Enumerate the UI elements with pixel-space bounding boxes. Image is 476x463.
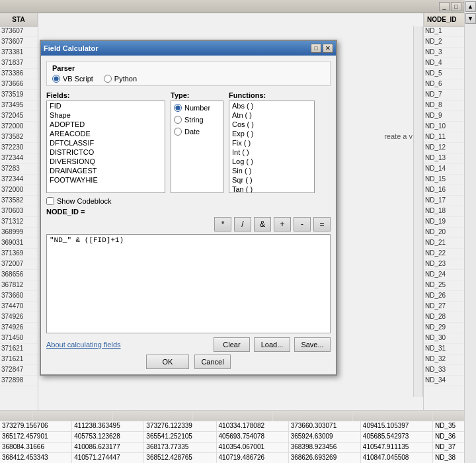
data-cell: 365541.252105	[144, 432, 216, 442]
string-option[interactable]: String	[174, 116, 220, 124]
table-row: 368084.31666410086.623177368173.77335410…	[0, 442, 476, 453]
ok-button[interactable]: OK	[146, 355, 189, 369]
vbscript-option[interactable]: VB Script	[52, 75, 93, 83]
operator-button[interactable]: *	[214, 217, 231, 232]
parser-label: Parser	[52, 64, 325, 72]
sta-value: 374470	[0, 302, 38, 312]
sta-value: 371621	[0, 355, 38, 365]
field-item[interactable]: FID	[47, 101, 165, 110]
functions-section: Functions: Abs ( )Atn ( )Cos ( )Exp ( )F…	[229, 91, 331, 193]
bg-restore-btn[interactable]: □	[451, 2, 461, 11]
codeblock-label: Show Codeblock	[57, 197, 112, 205]
field-item[interactable]: DIVERSIONQ	[47, 157, 165, 166]
bottom-link-row: About calculating fields Clear Load... S…	[46, 337, 331, 352]
field-item[interactable]: DFTCLASSIF	[47, 138, 165, 147]
data-cell: 368512.428765	[144, 453, 216, 463]
vbscript-label: VB Script	[63, 75, 93, 83]
function-item[interactable]: Sqr ( )	[229, 175, 314, 185]
functions-label: Functions:	[229, 91, 331, 99]
python-radio[interactable]	[104, 75, 112, 83]
data-cell: 368398.923456	[289, 442, 361, 452]
function-item[interactable]: Cos ( )	[229, 120, 314, 129]
field-item[interactable]: AREACODE	[47, 129, 165, 138]
number-radio[interactable]	[174, 104, 182, 112]
bg-minimize-btn[interactable]: _	[439, 2, 450, 11]
sta-value: 372230	[0, 143, 38, 153]
data-cell: 373279.156706	[0, 421, 72, 431]
operator-button[interactable]: +	[274, 217, 291, 232]
expr-label: NODE_ID =	[46, 208, 331, 216]
data-cell: 405693.754078	[217, 432, 289, 442]
sta-value: 373386	[0, 69, 38, 79]
dialog-close-btn[interactable]: ✕	[323, 44, 333, 53]
date-radio[interactable]	[174, 128, 182, 136]
string-radio[interactable]	[174, 116, 182, 124]
cancel-button[interactable]: Cancel	[194, 355, 231, 369]
bg-titlebar: _ □ ✕	[0, 0, 476, 13]
dialog-titlebar-buttons[interactable]: □ ✕	[311, 44, 333, 53]
data-cell: 410847.045508	[361, 453, 433, 463]
left-column: STA 373607373607373381371837373386373666…	[0, 13, 38, 463]
parser-section: Parser VB Script Python	[46, 61, 331, 86]
operator-button[interactable]: =	[313, 217, 331, 232]
string-label: String	[184, 116, 204, 124]
expression-box[interactable]	[46, 234, 331, 333]
data-cell: 373276.122339	[144, 421, 216, 431]
data-cell: 410354.067001	[217, 442, 289, 452]
field-item[interactable]: FOOTWAYHIE	[47, 175, 165, 185]
data-cell: 405753.123628	[72, 432, 144, 442]
function-item[interactable]: Tan ( )	[229, 185, 314, 193]
number-option[interactable]: Number	[174, 104, 220, 112]
function-item[interactable]: Exp ( )	[229, 129, 314, 138]
sta-value: 367812	[0, 280, 38, 291]
functions-list[interactable]: Abs ( )Atn ( )Cos ( )Exp ( )Fix ( )Int (…	[229, 101, 315, 193]
data-cell: 411238.363495	[72, 421, 144, 431]
data-col-2	[33, 411, 113, 421]
field-item[interactable]: Shape	[47, 110, 165, 120]
field-item[interactable]: DISTRICTCO	[47, 147, 165, 157]
sta-value: 372045	[0, 111, 38, 122]
function-item[interactable]: Fix ( )	[229, 138, 314, 147]
vbscript-radio[interactable]	[52, 75, 60, 83]
dialog-title: Field Calculator	[44, 44, 99, 52]
right-panel-btn2[interactable]: ▼	[465, 13, 476, 24]
data-cell: 410571.274447	[72, 453, 144, 463]
function-item[interactable]: Int ( )	[229, 147, 314, 157]
operator-button[interactable]: &	[254, 217, 271, 232]
sta-value: 371450	[0, 333, 38, 344]
save-button[interactable]: Save...	[294, 337, 331, 352]
load-button[interactable]: Load...	[254, 337, 290, 352]
function-item[interactable]: Abs ( )	[229, 101, 314, 110]
codeblock-checkbox[interactable]	[46, 197, 54, 205]
date-option[interactable]: Date	[174, 128, 220, 136]
sta-value: 370603	[0, 206, 38, 217]
sta-value: 371621	[0, 344, 38, 355]
clear-button[interactable]: Clear	[214, 337, 250, 352]
data-col-4	[193, 411, 273, 421]
function-item[interactable]: Atn ( )	[229, 110, 314, 120]
right-panel-btn[interactable]: ▲	[465, 1, 476, 12]
operator-button[interactable]: /	[234, 217, 251, 232]
fields-list[interactable]: FIDShapeADOPTEDAREACODEDFTCLASSIFDISTRIC…	[46, 101, 165, 193]
type-label: Type:	[171, 91, 223, 99]
fields-row: Fields: FIDShapeADOPTEDAREACODEDFTCLASSI…	[46, 91, 331, 193]
sta-value: 373666	[0, 79, 38, 90]
sta-value: 371369	[0, 249, 38, 259]
function-item[interactable]: Sin ( )	[229, 166, 314, 175]
fields-label: Fields:	[46, 91, 165, 99]
python-option[interactable]: Python	[104, 75, 137, 83]
field-item[interactable]: DRAINAGEST	[47, 166, 165, 175]
about-link[interactable]: About calculating fields	[46, 341, 121, 349]
data-cell: 368626.693269	[289, 453, 361, 463]
function-item[interactable]: Log ( )	[229, 157, 314, 166]
dialog-restore-btn[interactable]: □	[311, 44, 321, 53]
operator-button[interactable]: -	[294, 217, 311, 232]
sta-value: 374926	[0, 312, 38, 323]
date-label: Date	[184, 128, 200, 136]
sta-value: 373582	[0, 196, 38, 206]
data-cell: 368173.77335	[144, 442, 216, 452]
data-cell: 365924.63009	[289, 432, 361, 442]
sta-value: 373607	[0, 37, 38, 48]
field-item[interactable]: ADOPTED	[47, 120, 165, 129]
bottom-data-area: 373279.156706411238.363495373276.1223394…	[0, 410, 476, 463]
